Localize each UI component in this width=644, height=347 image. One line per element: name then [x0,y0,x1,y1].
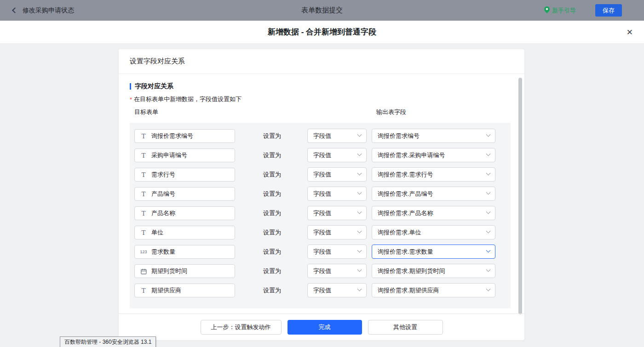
value-type-value: 字段值 [313,267,331,275]
output-field-value: 询报价需求.产品编号 [378,190,433,198]
card-footer: 上一步：设置触发动作 完成 其他设置 [119,313,524,340]
value-type-value: 字段值 [313,151,331,159]
set-as-label: 设置为 [263,148,281,162]
output-field-value: 询报价需求.需求行号 [378,171,433,179]
back-nav[interactable]: 修改采购申请状态 [13,6,74,15]
browser-status-tooltip: 百数帮助管理 - 360安全浏览器 13.1 [60,336,156,347]
output-field-select[interactable]: 询报价需求.产品名称 [372,206,495,220]
back-chevron-icon[interactable] [12,7,18,13]
output-field-select-focused[interactable]: 询报价需求.需求数量 [372,245,495,259]
chevron-down-icon [486,132,491,137]
value-type-value: 字段值 [313,286,331,295]
value-type-select[interactable]: 字段值 [307,283,367,297]
beginner-guide-link[interactable]: 新手引导 [544,6,576,15]
value-type-select[interactable]: 字段值 [307,206,367,220]
output-field-value: 询报价需求.产品名称 [378,209,433,217]
mapping-row: T 采购申请编号 设置为 字段值 询报价需求.采购申请编号 [130,146,511,165]
output-field-select[interactable]: 询报价需求.产品编号 [372,187,495,201]
finish-button[interactable]: 完成 [288,320,362,335]
output-field-select[interactable]: 询报价需求编号 [372,129,495,143]
chevron-down-icon [357,287,362,291]
set-as-label: 设置为 [263,187,281,201]
workflow-name[interactable]: 修改采购申请状态 [23,6,74,15]
mapping-row: T 询报价需求编号 设置为 字段值 询报价需求编号 [130,126,511,146]
location-pin-icon [544,6,550,15]
close-icon[interactable]: ✕ [627,28,633,36]
vertical-scrollbar[interactable] [518,78,522,314]
target-field-label: 产品编号 [151,190,175,198]
chevron-down-icon [486,210,491,214]
value-type-select[interactable]: 字段值 [307,129,367,143]
mapping-panel: T 询报价需求编号 设置为 字段值 询报价需求编号 T 采购申请编号 设置为 字… [130,123,511,308]
field-mapping-card: 设置字段对应关系 字段对应关系 * 在目标表单中新增数据，字段值设置如下 目标表… [119,49,524,340]
set-as-label: 设置为 [263,264,281,278]
set-as-label: 设置为 [263,226,281,239]
output-field-value: 询报价需求.期望供应商 [378,286,439,295]
modal-title: 新增数据 - 合并新增到普通字段 [268,27,376,37]
target-field: 期望到货时间 [134,264,235,278]
output-field-select[interactable]: 询报价需求.期望到货时间 [372,264,495,278]
text-field-icon: T [140,133,147,140]
text-field-icon: T [140,287,147,294]
target-field: T 期望供应商 [134,284,235,297]
save-button[interactable]: 保存 [595,4,622,17]
output-field-select[interactable]: 询报价需求.单位 [372,225,495,239]
target-field-label: 产品名称 [151,209,175,217]
chevron-down-icon [357,248,362,253]
output-field-value: 询报价需求编号 [378,132,420,140]
output-field-value: 询报价需求.单位 [378,228,421,237]
value-type-select[interactable]: 字段值 [307,245,367,259]
value-type-select[interactable]: 字段值 [307,167,367,182]
target-field-label: 单位 [151,228,163,237]
hint-text: 在目标表单中新增数据，字段值设置如下 [134,95,242,103]
chevron-down-icon [357,267,362,272]
value-type-value: 字段值 [313,171,331,179]
target-field: T 单位 [134,226,235,239]
target-field: T 询报价需求编号 [134,129,235,143]
chevron-down-icon [357,229,362,233]
output-field-select[interactable]: 询报价需求.采购申请编号 [372,148,495,162]
target-field-label: 需求数量 [151,248,175,256]
value-type-select[interactable]: 字段值 [307,225,367,239]
top-bar: 修改采购申请状态 表单数据提交 新手引导 保存 [0,0,644,21]
mapping-row: T 单位 设置为 字段值 询报价需求.单位 [130,223,511,242]
target-field-label: 期望供应商 [151,286,181,295]
value-type-select[interactable]: 字段值 [307,148,367,162]
set-as-label: 设置为 [263,245,281,259]
output-field-value: 询报价需求.期望到货时间 [378,267,445,275]
target-field-label: 采购申请编号 [151,151,187,159]
set-as-label: 设置为 [263,168,281,182]
output-field-select[interactable]: 询报价需求.期望供应商 [372,283,495,297]
target-field: T 采购申请编号 [134,148,235,162]
chevron-down-icon [486,248,491,253]
set-as-label: 设置为 [263,284,281,297]
target-field: T 产品编号 [134,187,235,201]
chevron-down-icon [486,287,491,291]
output-field-select[interactable]: 询报价需求.需求行号 [372,167,495,182]
card-header: 设置字段对应关系 [119,49,524,74]
section-title: 字段对应关系 [130,82,173,91]
output-field-value: 询报价需求.采购申请编号 [378,151,445,159]
previous-step-button[interactable]: 上一步：设置触发动作 [201,320,282,335]
chevron-down-icon [486,229,491,233]
value-type-value: 字段值 [313,209,331,217]
target-field-label: 询报价需求编号 [151,132,193,140]
value-type-select[interactable]: 字段值 [307,264,367,278]
target-field-label: 期望到货时间 [151,267,187,275]
target-field-label: 需求行号 [151,171,175,179]
value-type-select[interactable]: 字段值 [307,187,367,201]
target-field: T 需求行号 [134,168,235,182]
section-accent-bar [130,83,131,90]
column-header-target: 目标表单 [134,108,158,116]
chevron-down-icon [357,152,362,156]
chevron-down-icon [486,171,491,176]
other-settings-button[interactable]: 其他设置 [368,320,443,335]
target-field: T 产品名称 [134,206,235,220]
value-type-value: 字段值 [313,248,331,256]
value-type-value: 字段值 [313,190,331,198]
chevron-down-icon [357,132,362,137]
hint-line: * 在目标表单中新增数据，字段值设置如下 [130,95,242,103]
output-field-value: 询报价需求.需求数量 [378,248,433,256]
beginner-guide-label: 新手引导 [552,6,576,15]
mapping-row: T 产品编号 设置为 字段值 询报价需求.产品编号 [130,184,511,204]
